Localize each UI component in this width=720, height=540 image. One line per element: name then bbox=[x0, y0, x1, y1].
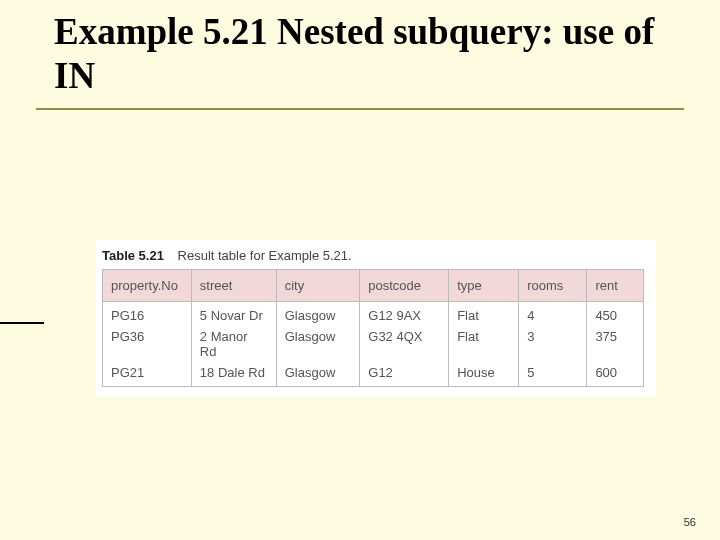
page-number: 56 bbox=[684, 516, 696, 528]
caption-label: Table 5.21 bbox=[102, 248, 164, 263]
table-row: PG21 18 Dale Rd Glasgow G12 House 5 600 bbox=[103, 362, 644, 387]
table-caption: Table 5.21 Result table for Example 5.21… bbox=[96, 246, 656, 269]
cell-street: 2 Manor Rd bbox=[191, 326, 276, 362]
cell-postcode: G12 bbox=[360, 362, 449, 387]
content-area: Table 5.21 Result table for Example 5.21… bbox=[96, 240, 656, 397]
cell-city: Glasgow bbox=[276, 302, 360, 327]
cell-rent: 375 bbox=[587, 326, 644, 362]
result-table: property.No street city postcode type ro… bbox=[102, 269, 644, 387]
cell-city: Glasgow bbox=[276, 326, 360, 362]
col-street: street bbox=[191, 270, 276, 302]
cell-rent: 600 bbox=[587, 362, 644, 387]
table-row: PG16 5 Novar Dr Glasgow G12 9AX Flat 4 4… bbox=[103, 302, 644, 327]
cell-propertyNo: PG16 bbox=[103, 302, 192, 327]
cell-street: 5 Novar Dr bbox=[191, 302, 276, 327]
col-postcode: postcode bbox=[360, 270, 449, 302]
cell-rent: 450 bbox=[587, 302, 644, 327]
cell-city: Glasgow bbox=[276, 362, 360, 387]
cell-propertyNo: PG36 bbox=[103, 326, 192, 362]
cell-postcode: G12 9AX bbox=[360, 302, 449, 327]
cell-rooms: 4 bbox=[519, 302, 587, 327]
decorative-left-line bbox=[0, 322, 44, 324]
cell-postcode: G32 4QX bbox=[360, 326, 449, 362]
col-propertyNo: property.No bbox=[103, 270, 192, 302]
slide: Example 5.21 Nested subquery: use of IN … bbox=[0, 0, 720, 540]
cell-type: Flat bbox=[449, 326, 519, 362]
col-type: type bbox=[449, 270, 519, 302]
cell-type: Flat bbox=[449, 302, 519, 327]
table-row: PG36 2 Manor Rd Glasgow G32 4QX Flat 3 3… bbox=[103, 326, 644, 362]
col-rooms: rooms bbox=[519, 270, 587, 302]
table-header-row: property.No street city postcode type ro… bbox=[103, 270, 644, 302]
col-rent: rent bbox=[587, 270, 644, 302]
slide-title: Example 5.21 Nested subquery: use of IN bbox=[54, 10, 684, 97]
col-city: city bbox=[276, 270, 360, 302]
caption-text: Result table for Example 5.21. bbox=[178, 248, 352, 263]
cell-propertyNo: PG21 bbox=[103, 362, 192, 387]
title-underline bbox=[36, 108, 684, 110]
cell-type: House bbox=[449, 362, 519, 387]
cell-street: 18 Dale Rd bbox=[191, 362, 276, 387]
cell-rooms: 3 bbox=[519, 326, 587, 362]
cell-rooms: 5 bbox=[519, 362, 587, 387]
